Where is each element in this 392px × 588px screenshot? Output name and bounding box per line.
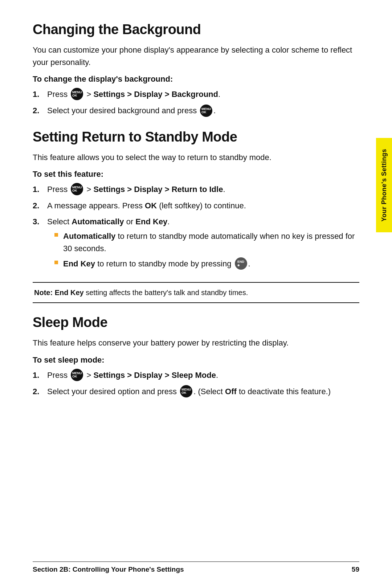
section1-intro: You can customize your phone display's a… [33, 44, 359, 69]
side-tab-text: Your Phone's Settings [380, 149, 388, 221]
section3-steps: 1. Press MENUOK > Settings > Display > S… [33, 369, 359, 398]
bullet-text: Automatically to return to standby mode … [63, 230, 359, 255]
section3-step2: 2. Select your desired option and press … [33, 385, 359, 398]
section1-steps: 1. Press MENUOK > Settings > Display > B… [33, 88, 359, 117]
step-number: 1. [33, 183, 47, 196]
note-text: setting affects the battery's talk and s… [84, 289, 248, 297]
section1-step1: 1. Press MENUOK > Settings > Display > B… [33, 88, 359, 101]
section3-step1: 1. Press MENUOK > Settings > Display > S… [33, 369, 359, 382]
step-content: A message appears. Press OK (left softke… [47, 200, 359, 212]
step-number: 1. [33, 369, 47, 381]
step-content: Press MENUOK > Settings > Display > Retu… [47, 183, 359, 196]
bullet-text: End Key to return to standby mode by pre… [63, 258, 250, 270]
section2-intro: This feature allows you to select the wa… [33, 151, 359, 164]
step-number: 1. [33, 88, 47, 101]
menu-ok-icon: MENUOK [71, 88, 83, 100]
section-sleep-mode: Sleep Mode This feature helps conserve y… [33, 315, 359, 398]
step-content: Press MENUOK > Settings > Display > Slee… [47, 369, 359, 382]
section2-subheading: To set this feature: [33, 170, 359, 179]
note-box: Note: End Key setting affects the batter… [33, 282, 359, 303]
note-label: Note: End Key [34, 289, 84, 297]
section-changing-background: Changing the Background You can customiz… [33, 22, 359, 118]
section3-subheading: To set sleep mode: [33, 355, 359, 365]
bullet-square-icon [54, 233, 58, 237]
bullet-square-icon [54, 261, 58, 264]
menu-ok-icon: MENUOK [71, 183, 83, 195]
section1-title: Changing the Background [33, 22, 359, 37]
step-number: 2. [33, 105, 47, 117]
menu-ok-icon: MENUOK [180, 385, 192, 397]
section-return-standby: Setting Return to Standby Mode This feat… [33, 129, 359, 303]
step-content: Press MENUOK > Settings > Display > Back… [47, 88, 359, 101]
section3-intro: This feature helps conserve your battery… [33, 337, 359, 349]
section1-step2: 2. Select your desired background and pr… [33, 105, 359, 117]
section2-steps: 1. Press MENUOK > Settings > Display > R… [33, 183, 359, 274]
section1-subheading: To change the display's background: [33, 74, 359, 84]
footer-section-label: Section 2B: Controlling Your Phone's Set… [33, 565, 184, 573]
section2-step2: 2. A message appears. Press OK (left sof… [33, 200, 359, 212]
page-container: Your Phone's Settings Changing the Backg… [0, 0, 392, 588]
section2-step1: 1. Press MENUOK > Settings > Display > R… [33, 183, 359, 196]
step-content: Select your desired option and press MEN… [47, 385, 359, 398]
step-number: 2. [33, 385, 47, 398]
end-key-icon: END◉ [235, 257, 247, 270]
menu-ok-icon: MENUOK [200, 105, 212, 117]
section2-step3: 3. Select Automatically or End Key. Auto… [33, 216, 359, 273]
page-footer: Section 2B: Controlling Your Phone's Set… [33, 562, 359, 573]
side-tab: Your Phone's Settings [376, 138, 392, 232]
footer-page-number: 59 [352, 565, 359, 573]
bullet-endkey: End Key to return to standby mode by pre… [54, 258, 359, 270]
step-content: Select your desired background and press… [47, 105, 359, 117]
section3-title: Sleep Mode [33, 315, 359, 330]
section2-bullets: Automatically to return to standby mode … [54, 230, 359, 270]
section2-title: Setting Return to Standby Mode [33, 129, 359, 145]
menu-ok-icon: MENUOK [71, 369, 83, 381]
step-content: Select Automatically or End Key. Automat… [47, 216, 359, 273]
step-number: 3. [33, 216, 47, 228]
bullet-automatically: Automatically to return to standby mode … [54, 230, 359, 255]
step-number: 2. [33, 200, 47, 212]
